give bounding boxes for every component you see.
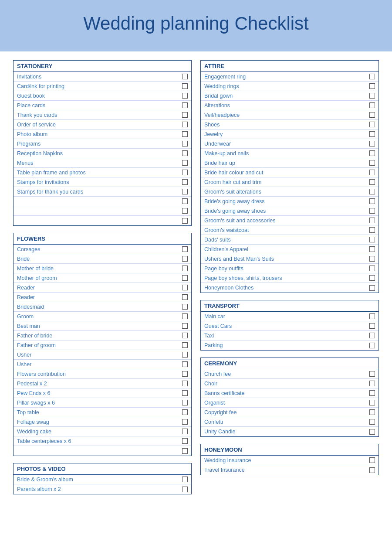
checkbox[interactable] (369, 429, 375, 435)
checkbox[interactable] (182, 112, 188, 118)
checkbox[interactable] (369, 467, 375, 473)
checkbox[interactable] (182, 294, 188, 300)
checkbox[interactable] (182, 131, 188, 137)
checkbox[interactable] (182, 342, 188, 348)
checkbox[interactable] (369, 285, 375, 291)
checkbox[interactable] (369, 93, 375, 99)
checkbox[interactable] (369, 83, 375, 89)
checkbox[interactable] (182, 429, 188, 434)
checkbox[interactable] (182, 438, 188, 444)
checkbox[interactable] (369, 256, 375, 262)
list-item: Card/ink for printing (14, 82, 191, 91)
checkbox[interactable] (182, 361, 188, 367)
item-label: Parking (204, 342, 366, 348)
checkbox[interactable] (369, 218, 375, 223)
list-item: Choir (201, 379, 378, 388)
item-label: Invitations (17, 74, 179, 80)
item-label: Travel Insurance (204, 467, 366, 473)
checkbox[interactable] (182, 285, 188, 290)
checkbox[interactable] (182, 448, 188, 454)
checkbox[interactable] (369, 275, 375, 281)
item-label: Stamps for thank you cards (17, 189, 179, 195)
checkbox[interactable] (182, 371, 188, 377)
item-label: Pillar swags x 6 (17, 400, 179, 406)
checkbox[interactable] (182, 323, 188, 329)
checkbox[interactable] (182, 313, 188, 319)
list-item: Organist (201, 398, 378, 408)
checkbox[interactable] (182, 160, 188, 166)
item-label: Best man (17, 323, 179, 329)
list-item: Honeymoon Clothes (201, 283, 378, 293)
checkbox[interactable] (182, 381, 188, 386)
checkbox[interactable] (369, 227, 375, 233)
checkbox[interactable] (182, 141, 188, 146)
honeymoon-section: HONEYMOON Wedding InsuranceTravel Insura… (200, 444, 379, 475)
checkbox[interactable] (182, 189, 188, 194)
checkbox[interactable] (182, 74, 188, 79)
checkbox[interactable] (182, 333, 188, 338)
checkbox[interactable] (182, 208, 188, 214)
list-item: Confetti (201, 417, 378, 427)
item-label: Groom's suit alterations (204, 189, 366, 195)
checkbox[interactable] (369, 419, 375, 425)
checkbox[interactable] (182, 179, 188, 185)
item-label: Ushers and Best Man's Suits (204, 256, 366, 262)
checkbox[interactable] (182, 266, 188, 271)
checkbox[interactable] (369, 409, 375, 415)
checkbox[interactable] (369, 141, 375, 146)
checkbox[interactable] (369, 74, 375, 79)
list-item: Make-up and nails (201, 149, 378, 158)
checkbox[interactable] (182, 275, 188, 281)
checkbox[interactable] (182, 390, 188, 396)
checkbox[interactable] (182, 352, 188, 358)
checkbox[interactable] (369, 400, 375, 405)
checkbox[interactable] (182, 150, 188, 156)
checkbox[interactable] (182, 83, 188, 89)
checkbox[interactable] (182, 170, 188, 175)
item-label: Groom's suit and accessories (204, 218, 366, 224)
checkbox[interactable] (369, 198, 375, 204)
checkbox[interactable] (182, 256, 188, 262)
checkbox[interactable] (369, 150, 375, 156)
checkbox[interactable] (369, 122, 375, 127)
checkbox[interactable] (182, 246, 188, 252)
checkbox[interactable] (369, 333, 375, 338)
checkbox[interactable] (369, 457, 375, 463)
list-item: Top table (14, 408, 191, 417)
checkbox[interactable] (369, 266, 375, 271)
checkbox[interactable] (369, 381, 375, 386)
checkbox[interactable] (182, 198, 188, 204)
checkbox[interactable] (369, 160, 375, 166)
checkbox[interactable] (182, 400, 188, 405)
checkbox[interactable] (182, 93, 188, 99)
checkbox[interactable] (369, 189, 375, 194)
item-label: Underwear (204, 141, 366, 147)
checkbox[interactable] (182, 304, 188, 310)
checkbox[interactable] (182, 122, 188, 127)
item-label: Bride (17, 256, 179, 262)
checkbox[interactable] (369, 323, 375, 329)
checkbox[interactable] (369, 246, 375, 252)
list-item: Bride's going away dress (201, 197, 378, 206)
checkbox[interactable] (369, 208, 375, 214)
checkbox[interactable] (369, 343, 375, 348)
checkbox[interactable] (369, 371, 375, 377)
checkbox[interactable] (369, 112, 375, 118)
checkbox[interactable] (182, 102, 188, 108)
checkbox[interactable] (369, 131, 375, 137)
list-item: Copyright fee (201, 408, 378, 417)
checkbox[interactable] (182, 487, 188, 492)
checkbox[interactable] (369, 313, 375, 319)
checkbox[interactable] (182, 419, 188, 425)
list-item: Travel Insurance (201, 465, 378, 475)
checkbox[interactable] (182, 218, 188, 224)
checkbox[interactable] (369, 390, 375, 396)
checkbox[interactable] (369, 179, 375, 185)
checkbox[interactable] (369, 237, 375, 242)
checkbox[interactable] (369, 102, 375, 108)
checkbox[interactable] (182, 477, 188, 482)
photos-section: PHOTOS & VIDEO Bride & Groom's albumPare… (13, 463, 192, 494)
checkbox[interactable] (369, 170, 375, 175)
list-item: Mother of bride (14, 264, 191, 273)
checkbox[interactable] (182, 409, 188, 415)
